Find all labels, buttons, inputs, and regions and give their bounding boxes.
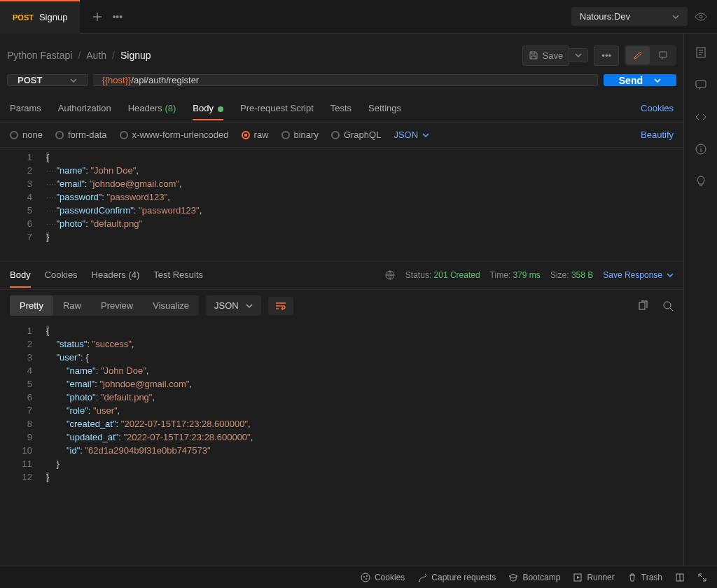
save-button[interactable]: Save [522,46,570,66]
tab-headers[interactable]: Headers (8) [128,96,176,120]
size-value: 358 B [571,270,593,280]
body-type-urlencoded[interactable]: x-www-form-urlencoded [120,130,229,140]
url-row: POST {{host}}/api/auth/register Send [0,74,683,94]
svg-point-8 [361,573,370,582]
tab-tests[interactable]: Tests [330,96,351,120]
breadcrumb: Python Fastapi / Auth / Signup [7,50,151,61]
save-dropdown[interactable] [569,48,588,62]
comments-pane[interactable] [695,78,707,91]
code-icon [695,111,707,123]
view-mode-group [625,45,676,66]
code: { "status": "success", "user": { "name":… [0,321,683,486]
idea-pane[interactable] [695,175,707,188]
svg-point-10 [366,575,368,577]
status-value: 201 Created [434,270,480,280]
comment-icon [695,78,707,91]
response-views: Pretty Raw Preview Visualize [10,295,199,316]
cookie-icon [361,573,370,582]
tab-body[interactable]: Body [193,96,223,120]
response-view-pretty[interactable]: Pretty [10,295,53,316]
response-tab-cookies[interactable]: Cookies [45,262,78,287]
save-response[interactable]: Save Response [603,270,674,280]
response-body-editor[interactable]: 123456789101112 { "status": "success", "… [0,321,683,566]
body-type-row: none form-data x-www-form-urlencoded raw… [0,122,683,148]
modified-dot-icon [218,106,223,112]
sb-expand[interactable] [697,573,707,582]
graduation-icon [508,573,518,582]
sb-trash[interactable]: Trash [627,573,662,582]
response-tab-headers[interactable]: Headers (4) [92,262,140,287]
tab-settings[interactable]: Settings [368,96,401,120]
satellite-icon [417,573,427,582]
environment-selector[interactable]: Natours:Dev [571,7,688,26]
status-bar: Cookies Capture requests Bootcamp Runner… [0,566,717,588]
chevron-down-icon [672,15,679,19]
right-rail [683,34,717,566]
send-button[interactable]: Send [604,74,676,86]
method-selector[interactable]: POST [7,74,88,86]
url-path: /api/auth/register [131,75,199,85]
url-input[interactable]: {{host}}/api/auth/register [93,74,597,86]
tab-prerequest[interactable]: Pre-request Script [240,96,314,120]
panes-icon [675,573,685,582]
method-text: POST [18,75,42,85]
beautify-link[interactable]: Beautify [641,130,674,140]
response-format-selector[interactable]: JSON [206,295,261,316]
comment-icon [658,50,668,60]
line-gutter: 1234567 [0,148,39,246]
body-type-formdata[interactable]: form-data [55,130,107,140]
sb-panes[interactable] [675,573,685,582]
response-view-raw[interactable]: Raw [53,295,91,316]
response-tab-body[interactable]: Body [10,262,31,287]
pencil-icon [633,50,643,60]
sb-cookies[interactable]: Cookies [361,573,405,582]
info-pane[interactable] [695,143,707,155]
globe-icon[interactable] [384,270,396,281]
body-raw-format[interactable]: JSON [394,130,429,140]
documentation-pane[interactable] [695,46,707,59]
body-type-binary[interactable]: binary [281,130,319,140]
breadcrumb-current: Signup [120,50,151,61]
response-view-preview[interactable]: Preview [91,295,143,316]
line-gutter: 123456789101112 [0,321,39,486]
cookies-link[interactable]: Cookies [641,103,674,113]
sb-runner[interactable]: Runner [573,573,614,582]
search-response[interactable] [662,300,674,312]
breadcrumb-folder[interactable]: Auth [86,50,106,61]
tab-method: POST [13,13,34,22]
new-tab-button[interactable] [87,6,108,27]
code-pane[interactable] [695,111,707,123]
doc-icon [695,46,707,59]
comment-mode[interactable] [651,46,675,64]
body-type-none[interactable]: none [10,130,43,140]
build-mode[interactable] [626,46,650,64]
request-body-editor[interactable]: 1234567 { ····"name": "John Doe", ····"e… [0,148,683,260]
body-type-graphql[interactable]: GraphQL [331,130,381,140]
environment-quick-look[interactable] [695,10,707,23]
sb-bootcamp[interactable]: Bootcamp [508,573,560,582]
tab-more-button[interactable]: ••• [112,11,123,22]
response-tab-tests[interactable]: Test Results [153,262,203,287]
wrap-lines-toggle[interactable] [268,297,293,315]
tab-title: Signup [39,12,67,22]
tab-signup[interactable]: POST Signup [0,0,80,34]
wrap-icon [275,302,286,310]
trash-icon [627,573,637,582]
tab-authorization[interactable]: Authorization [58,96,111,120]
body-type-raw[interactable]: raw [242,130,269,140]
svg-rect-1 [660,52,667,57]
info-icon [695,143,707,155]
response-view-visualize[interactable]: Visualize [143,295,199,316]
more-actions[interactable]: ••• [594,46,619,66]
response-section: Body Cookies Headers (4) Test Results St… [0,260,683,566]
sb-capture[interactable]: Capture requests [417,573,496,582]
breadcrumb-collection[interactable]: Python Fastapi [7,50,72,61]
search-icon [662,300,674,312]
code: { ····"name": "John Doe", ····"email": "… [0,148,683,246]
environment-name: Natours:Dev [580,11,630,22]
tab-params[interactable]: Params [10,96,41,120]
tab-bar: POST Signup ••• Natours:Dev [0,0,717,34]
time-value: 379 ms [513,270,541,280]
chevron-down-icon [70,78,77,83]
copy-response[interactable] [637,300,648,312]
